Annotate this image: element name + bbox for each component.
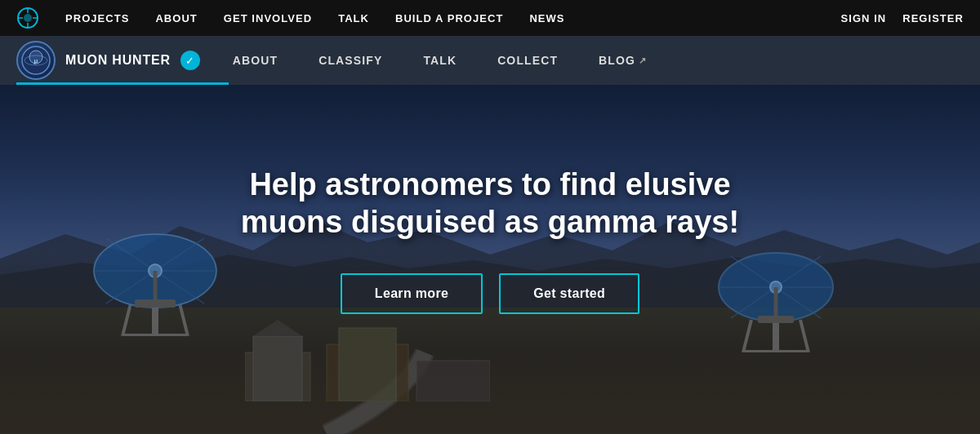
facility-buildings [245, 303, 490, 401]
get-started-button[interactable]: Get started [499, 273, 639, 314]
active-nav-underline [16, 82, 229, 85]
top-nav-get-involved[interactable]: GET INVOLVED [224, 12, 312, 24]
muon-hunter-logo-icon: μ [20, 45, 51, 76]
zooniverse-logo[interactable] [16, 7, 39, 29]
top-nav-talk[interactable]: TALK [338, 12, 369, 24]
project-title: MUON HUNTER [65, 53, 171, 68]
svg-rect-36 [253, 336, 302, 401]
svg-line-14 [122, 303, 131, 336]
svg-point-1 [24, 14, 32, 22]
svg-text:μ: μ [34, 57, 38, 64]
project-nav-talk[interactable]: TALK [423, 54, 457, 67]
project-nav-links: ABOUT CLASSIFY TALK COLLECT BLOG ↗ [233, 54, 647, 67]
zooniverse-logo-icon [16, 7, 39, 29]
svg-rect-40 [416, 361, 490, 401]
top-nav-news[interactable]: NEWS [529, 12, 564, 24]
project-nav-about[interactable]: ABOUT [233, 54, 278, 67]
project-logo: μ [16, 41, 56, 80]
project-nav-classify[interactable]: CLASSIFY [318, 54, 382, 67]
svg-line-26 [743, 320, 751, 352]
top-navigation: PROJECTS ABOUT GET INVOLVED TALK BUILD A… [0, 0, 980, 36]
top-nav-projects[interactable]: PROJECTS [65, 12, 129, 24]
top-nav-about[interactable]: ABOUT [155, 12, 197, 24]
external-link-icon: ↗ [639, 55, 647, 66]
sign-in-link[interactable]: SIGN IN [841, 12, 887, 24]
svg-rect-39 [339, 328, 396, 401]
project-nav-collect[interactable]: COLLECT [497, 54, 558, 67]
project-logo-area[interactable]: μ MUON HUNTER ✓ [16, 41, 200, 80]
svg-rect-23 [135, 299, 176, 308]
project-nav-blog[interactable]: BLOG ↗ [599, 54, 647, 67]
hero-title: Help astronomers to find elusive muons d… [212, 166, 768, 241]
hero-content: Help astronomers to find elusive muons d… [212, 166, 768, 314]
top-nav-right: SIGN IN REGISTER [841, 12, 964, 24]
project-navigation: μ MUON HUNTER ✓ ABOUT CLASSIFY TALK COLL… [0, 36, 980, 85]
verified-badge: ✓ [180, 51, 200, 70]
svg-rect-34 [758, 316, 794, 323]
learn-more-button[interactable]: Learn more [341, 273, 483, 314]
hero-buttons: Learn more Get started [212, 273, 768, 314]
hero-section: Help astronomers to find elusive muons d… [0, 85, 980, 434]
top-nav-build-project[interactable]: BUILD A PROJECT [395, 12, 503, 24]
svg-line-27 [800, 320, 808, 352]
top-nav-left: PROJECTS ABOUT GET INVOLVED TALK BUILD A… [16, 7, 565, 29]
register-link[interactable]: REGISTER [902, 12, 964, 24]
svg-line-15 [180, 303, 188, 336]
svg-marker-37 [253, 320, 302, 336]
